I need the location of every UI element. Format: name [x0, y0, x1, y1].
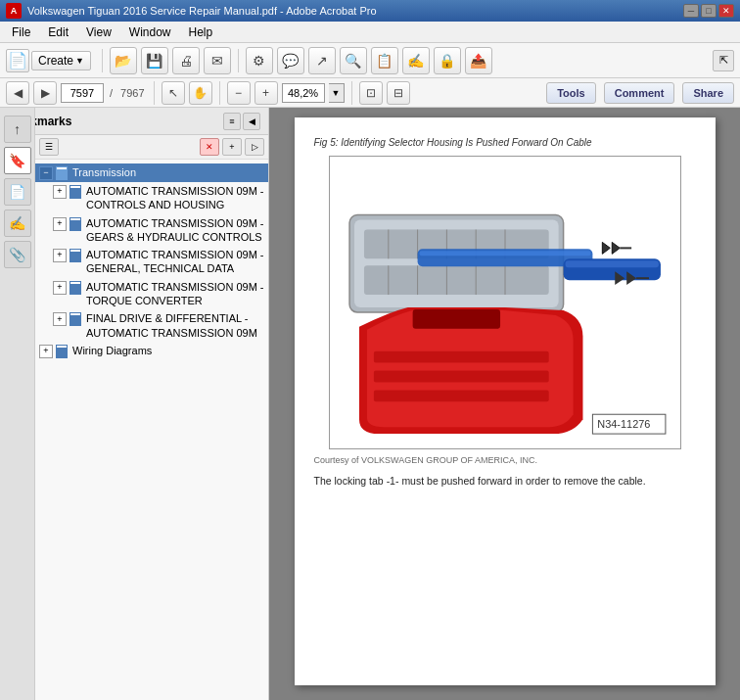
open-button[interactable]: 📂: [110, 47, 137, 74]
bookmark-auto-general-icon: [69, 249, 82, 262]
page-input[interactable]: [61, 83, 104, 103]
minimize-button[interactable]: ─: [683, 4, 699, 18]
expander-auto-general[interactable]: +: [53, 249, 67, 262]
bookmark-auto-torque-icon: [69, 281, 82, 295]
expander-wiring[interactable]: +: [39, 345, 53, 358]
svg-rect-33: [373, 390, 548, 401]
bookmark-transmission-label: Transmission: [72, 165, 136, 179]
menu-file[interactable]: File: [4, 23, 38, 41]
expand-button[interactable]: ⇱: [713, 50, 734, 71]
svg-text:N34-11276: N34-11276: [597, 418, 650, 430]
svg-rect-1: [57, 167, 67, 169]
bookmark-auto-controls-icon: [69, 185, 82, 199]
tools-button[interactable]: Tools: [546, 82, 596, 104]
zoom-in-button[interactable]: +: [254, 81, 278, 105]
bookmark-auto-general[interactable]: + AUTOMATIC TRANSMISSION 09M - GENERAL, …: [35, 246, 268, 278]
acrobat-icon: 📄: [6, 49, 29, 72]
bookmark-auto-torque[interactable]: + AUTOMATIC TRANSMISSION 09M - TORQUE CO…: [35, 278, 268, 310]
save-button[interactable]: 💾: [141, 47, 168, 74]
sidebar-nav-icon[interactable]: ↑: [4, 116, 31, 143]
protect-button[interactable]: 🔒: [434, 47, 461, 74]
menu-window[interactable]: Window: [121, 23, 179, 41]
zoom-input[interactable]: [282, 83, 325, 103]
svg-rect-3: [70, 186, 80, 188]
bookmark-auto-controls[interactable]: + AUTOMATIC TRANSMISSION 09M - CONTROLS …: [35, 182, 268, 214]
export-button[interactable]: 📤: [465, 47, 492, 74]
bookmark-auto-gears-label: AUTOMATIC TRANSMISSION 09M - GEARS & HYD…: [86, 216, 264, 245]
form-button[interactable]: 📋: [371, 47, 398, 74]
maximize-button[interactable]: □: [701, 4, 717, 18]
create-button[interactable]: Create ▼: [31, 51, 91, 70]
bm-menu-btn[interactable]: ☰: [39, 138, 59, 156]
close-button[interactable]: ✕: [718, 4, 734, 18]
svg-rect-32: [373, 371, 548, 383]
fit-page-button[interactable]: ⊡: [359, 81, 383, 105]
page-total: 7967: [118, 87, 146, 99]
left-panel: Bookmarks ≡ ◀ ☰ ✕ + ▷ −: [0, 108, 269, 700]
bookmark-auto-gears-icon: [69, 217, 82, 231]
share-panel-button[interactable]: Share: [682, 82, 734, 104]
expander-auto-gears[interactable]: +: [53, 217, 67, 231]
sidebar-bookmarks-icon[interactable]: 🔖: [4, 147, 31, 174]
zoom-dropdown[interactable]: ▼: [329, 83, 345, 103]
email-button[interactable]: ✉: [204, 47, 231, 74]
expander-auto-controls[interactable]: +: [53, 185, 67, 199]
bookmark-wiring[interactable]: + Wiring Diagrams: [35, 342, 268, 360]
bookmark-final-drive-label: FINAL DRIVE & DIFFERENTIAL - AUTOMATIC T…: [86, 311, 264, 340]
sep3: [154, 81, 155, 105]
zoom-out-button[interactable]: −: [227, 81, 251, 105]
settings-button[interactable]: ⚙: [246, 47, 273, 74]
menu-edit[interactable]: Edit: [40, 23, 76, 41]
fit-width-button[interactable]: ⊟: [387, 81, 410, 105]
sidebar-attachments-icon[interactable]: 📎: [4, 241, 31, 268]
svg-rect-9: [70, 282, 80, 284]
bm-delete-btn[interactable]: ✕: [200, 138, 219, 156]
bm-add-btn[interactable]: +: [222, 138, 242, 156]
svg-rect-18: [363, 265, 548, 295]
bookmark-final-drive-icon: [69, 312, 82, 326]
sign-button[interactable]: ✍: [402, 47, 430, 74]
menu-view[interactable]: View: [78, 23, 119, 41]
svg-rect-31: [373, 351, 548, 363]
nav-toolbar: ◀ ▶ / 7967 ↖ ✋ − + ▼ ⊡ ⊟ Tools Comment S…: [0, 78, 740, 108]
comment-button[interactable]: 💬: [277, 47, 304, 74]
figure-illustration: N34-11276: [329, 156, 681, 449]
pointer-tool[interactable]: ↖: [162, 81, 185, 105]
menu-bar: File Edit View Window Help: [0, 22, 740, 43]
bookmark-auto-controls-label: AUTOMATIC TRANSMISSION 09M - CONTROLS AN…: [86, 184, 264, 212]
svg-rect-5: [70, 218, 80, 220]
window-title: Volkswagen Tiguan 2016 Service Repair Ma…: [27, 5, 377, 17]
bookmarks-list[interactable]: − Transmission + AUTOMATIC TRANSMISSION …: [35, 160, 268, 700]
svg-rect-34: [412, 309, 499, 329]
forward-button[interactable]: ▶: [33, 81, 57, 105]
expander-auto-torque[interactable]: +: [53, 281, 67, 295]
sep4: [219, 81, 220, 105]
comment-panel-button[interactable]: Comment: [604, 82, 675, 104]
panel-options-button[interactable]: ≡: [223, 113, 241, 130]
pdf-page: Fig 5: Identifying Selector Housing Is P…: [295, 117, 716, 685]
svg-rect-13: [57, 346, 67, 348]
hand-tool[interactable]: ✋: [189, 81, 212, 105]
print-button[interactable]: 🖨: [172, 47, 200, 74]
menu-help[interactable]: Help: [181, 23, 221, 41]
bookmark-transmission[interactable]: − Transmission: [35, 163, 268, 182]
figure-description: The locking tab -1- must be pushed forwa…: [314, 475, 696, 487]
bookmark-wiring-icon: [55, 345, 69, 358]
expander-final-drive[interactable]: +: [53, 312, 67, 326]
bookmark-transmission-icon: [55, 166, 69, 180]
bm-expand-btn[interactable]: ▷: [245, 138, 264, 156]
bookmark-final-drive[interactable]: + FINAL DRIVE & DIFFERENTIAL - AUTOMATIC…: [35, 309, 268, 342]
bookmarks-panel: ☰ ✕ + ▷ − Transmission +: [35, 135, 268, 700]
content-area[interactable]: Fig 5: Identifying Selector Housing Is P…: [269, 108, 740, 700]
panel-collapse-button[interactable]: ◀: [243, 113, 260, 130]
bookmark-auto-gears[interactable]: + AUTOMATIC TRANSMISSION 09M - GEARS & H…: [35, 214, 268, 247]
share-button[interactable]: ↗: [308, 47, 336, 74]
svg-rect-30: [419, 251, 590, 256]
expander-transmission[interactable]: −: [39, 166, 53, 180]
review-button[interactable]: 🔍: [340, 47, 367, 74]
sep5: [351, 81, 352, 105]
bookmarks-toolbar: ☰ ✕ + ▷: [35, 135, 268, 160]
sidebar-signature-icon[interactable]: ✍: [4, 210, 31, 237]
sidebar-pages-icon[interactable]: 📄: [4, 178, 31, 206]
back-button[interactable]: ◀: [6, 81, 29, 105]
